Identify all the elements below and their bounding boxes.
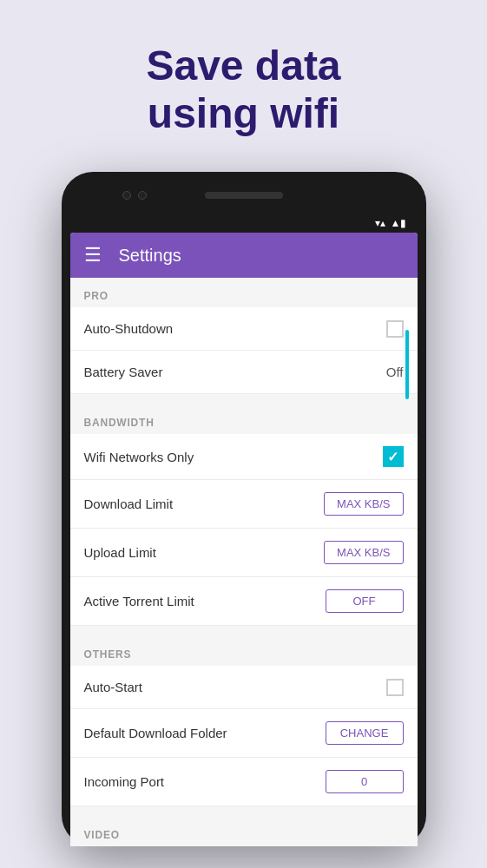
setting-incoming-port[interactable]: Incoming Port 0 [70, 758, 418, 806]
app-bar-title: Settings [119, 246, 181, 266]
incoming-port-label: Incoming Port [84, 774, 165, 789]
auto-start-label: Auto-Start [84, 680, 143, 694]
app-bar: ☰ Settings [70, 233, 418, 278]
incoming-port-button[interactable]: 0 [326, 770, 404, 793]
phone-top-bar [70, 181, 418, 210]
section-others: OTHERS Auto-Start Default Download Folde… [70, 636, 418, 806]
screen: ☰ Settings PRO Auto-Shutdown Battery Sav… [70, 233, 418, 846]
default-download-folder-button[interactable]: CHANGE [326, 721, 404, 745]
setting-upload-limit[interactable]: Upload Limit MAX KB/S [70, 529, 418, 577]
divider-3 [70, 806, 418, 817]
section-header-others: OTHERS [70, 636, 418, 666]
download-limit-label: Download Limit [84, 496, 174, 511]
camera-dot-2 [138, 191, 147, 200]
battery-saver-label: Battery Saver [84, 365, 163, 379]
camera-dot-1 [122, 191, 131, 200]
settings-content: PRO Auto-Shutdown Battery Saver Off BAND… [70, 278, 418, 846]
section-pro: PRO Auto-Shutdown Battery Saver Off [70, 278, 418, 394]
upload-limit-button[interactable]: MAX KB/S [324, 541, 403, 564]
phone-wrapper: ▾▴ ▲▮ ☰ Settings PRO Auto-Shutdown [62, 172, 426, 846]
section-header-pro: PRO [70, 278, 418, 307]
setting-active-torrent-limit[interactable]: Active Torrent Limit OFF [70, 577, 418, 626]
setting-auto-shutdown[interactable]: Auto-Shutdown [70, 307, 418, 351]
status-bar: ▾▴ ▲▮ [70, 214, 418, 233]
upload-limit-label: Upload Limit [84, 545, 156, 560]
hero-section: Save data using wifi [146, 0, 340, 172]
menu-icon[interactable]: ☰ [84, 246, 102, 265]
active-torrent-limit-label: Active Torrent Limit [84, 594, 194, 608]
divider-2 [70, 626, 418, 636]
setting-auto-start[interactable]: Auto-Start [70, 666, 418, 709]
section-header-bandwidth: BANDWIDTH [70, 404, 418, 434]
scroll-indicator[interactable] [405, 330, 409, 399]
setting-battery-saver[interactable]: Battery Saver Off [70, 351, 418, 394]
battery-saver-value: Off [386, 365, 404, 379]
speaker [205, 192, 283, 199]
auto-start-checkbox[interactable] [386, 679, 404, 696]
download-limit-button[interactable]: MAX KB/S [324, 492, 403, 516]
wifi-networks-only-checkbox[interactable]: ✓ [383, 446, 404, 467]
setting-default-download-folder[interactable]: Default Download Folder CHANGE [70, 709, 418, 758]
camera-area [122, 191, 147, 200]
wifi-status-icon: ▾▴ [375, 217, 385, 229]
wifi-networks-only-label: Wifi Networks Only [84, 450, 194, 464]
setting-download-limit[interactable]: Download Limit MAX KB/S [70, 480, 418, 529]
divider-1 [70, 394, 418, 404]
default-download-folder-label: Default Download Folder [84, 726, 227, 740]
phone: ▾▴ ▲▮ ☰ Settings PRO Auto-Shutdown [62, 172, 426, 846]
setting-wifi-networks-only[interactable]: Wifi Networks Only ✓ [70, 434, 418, 480]
active-torrent-limit-button[interactable]: OFF [326, 589, 404, 613]
section-bandwidth: BANDWIDTH Wifi Networks Only ✓ Download … [70, 404, 418, 626]
hero-text: Save data using wifi [146, 42, 340, 137]
signal-icon: ▲▮ [391, 217, 407, 229]
auto-shutdown-label: Auto-Shutdown [84, 321, 174, 336]
auto-shutdown-checkbox[interactable] [386, 320, 404, 338]
section-header-video: VIDEO [70, 817, 418, 846]
